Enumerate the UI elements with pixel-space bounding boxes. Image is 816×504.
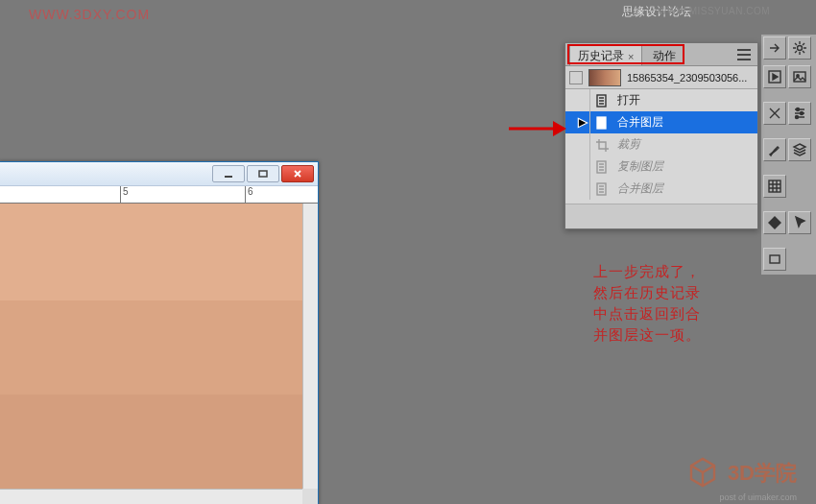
svg-point-5 <box>801 112 804 115</box>
dock-diamond-icon[interactable] <box>763 211 786 234</box>
snapshot-checkbox[interactable] <box>569 71 583 84</box>
svg-point-6 <box>796 116 799 119</box>
window-close-button[interactable] <box>281 165 314 182</box>
dock-cursor-icon[interactable] <box>788 211 811 234</box>
snapshot-thumb <box>588 69 621 86</box>
svg-point-4 <box>797 108 800 111</box>
tab-history[interactable]: 历史记录× <box>569 44 642 65</box>
annotation-arrow <box>509 119 568 142</box>
history-item-merge-layers[interactable]: 合并图层 <box>565 111 757 133</box>
dock-crosstools-icon[interactable] <box>763 102 786 125</box>
panel-menu-icon[interactable] <box>736 48 752 61</box>
current-step-marker-icon <box>576 116 589 130</box>
dock-play-icon[interactable] <box>763 65 786 88</box>
snapshot-label: 15865354_2309503056... <box>627 72 747 84</box>
dock-rect-icon[interactable] <box>763 248 786 271</box>
scroll-corner <box>302 489 318 504</box>
dock-brush-icon[interactable] <box>763 138 786 161</box>
horizontal-scrollbar[interactable] <box>0 489 302 504</box>
canvas-content <box>0 204 302 489</box>
site-url: WWW.3DXY.COM <box>29 7 150 22</box>
right-tool-dock <box>761 35 816 275</box>
svg-rect-15 <box>259 171 267 177</box>
vertical-scrollbar[interactable] <box>302 204 318 489</box>
dock-arrow-icon[interactable] <box>763 36 786 60</box>
window-minimize-button[interactable] <box>212 165 245 182</box>
logo-text: 3D学院 <box>728 459 797 488</box>
history-snapshot-row[interactable]: 15865354_2309503056... <box>565 66 757 89</box>
dock-layers-icon[interactable] <box>788 138 811 161</box>
history-item-crop[interactable]: 裁剪 <box>565 133 757 156</box>
svg-point-0 <box>798 46 803 51</box>
document-window: 5 6 <box>0 161 319 504</box>
history-item-duplicate-layer[interactable]: 复制图层 <box>565 156 757 178</box>
watermark-subtext: post of uimaker.com <box>719 492 797 502</box>
watermark-logo: 3D学院 <box>684 452 797 494</box>
svg-rect-7 <box>769 180 780 192</box>
instruction-text: 上一步完成了， 然后在历史记录 中点击返回到合 并图层这一项。 <box>593 261 701 346</box>
dock-gear-icon[interactable] <box>788 36 811 60</box>
history-item-merge-layers-2[interactable]: 合并图层 <box>565 178 757 200</box>
horizontal-ruler: 5 6 <box>0 186 318 204</box>
window-titlebar[interactable] <box>0 162 318 186</box>
dock-image-icon[interactable] <box>788 65 811 88</box>
panel-tabs: 历史记录× 动作 <box>565 43 757 66</box>
tab-actions[interactable]: 动作 <box>644 44 684 65</box>
svg-rect-2 <box>794 72 805 82</box>
dock-grid-icon[interactable] <box>763 175 786 198</box>
window-maximize-button[interactable] <box>247 165 279 182</box>
history-panel: 历史记录× 动作 15865354_2309503056... 打开 合并图层 … <box>564 42 758 229</box>
svg-rect-8 <box>770 255 780 263</box>
dock-sliders-icon[interactable] <box>788 102 811 125</box>
document-canvas[interactable] <box>0 204 318 504</box>
cube-icon <box>684 452 722 494</box>
history-item-open[interactable]: 打开 <box>565 89 757 111</box>
close-icon[interactable]: × <box>628 51 634 62</box>
forum-url: WWW.MISSYUAN.COM <box>658 6 770 16</box>
panel-footer <box>565 204 757 228</box>
